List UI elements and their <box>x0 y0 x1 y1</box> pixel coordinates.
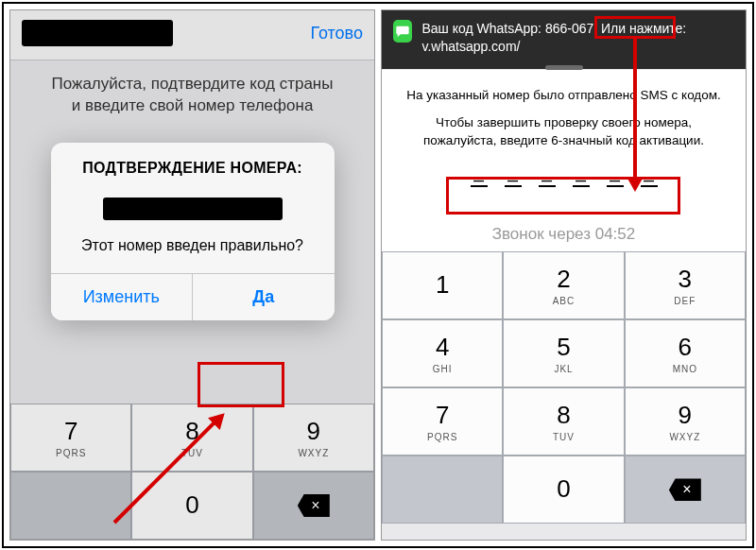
code-digit-4: – <box>573 166 590 187</box>
keypad-key-2[interactable]: 2ABC <box>503 251 624 319</box>
key-digit: 1 <box>436 270 449 300</box>
key-digit: 4 <box>436 333 449 362</box>
messages-icon <box>393 20 412 43</box>
key-letters: MNO <box>673 364 697 374</box>
key-letters: PQRS <box>427 432 457 442</box>
key-letters: DEF <box>674 296 696 306</box>
code-digit-2: – <box>505 166 522 187</box>
key-letters: GHI <box>433 364 453 374</box>
key-digit: 9 <box>679 401 692 430</box>
keypad-key-5[interactable]: 5JKL <box>503 319 624 387</box>
key-letters: WXYZ <box>669 432 700 442</box>
phone-left: Готово Пожалуйста, подтвердите код стран… <box>9 9 375 541</box>
key-digit: 5 <box>557 333 570 362</box>
dialog-message: Этот номер введен правильно? <box>51 233 335 273</box>
dialog-title: ПОДТВЕРЖДЕНИЕ НОМЕРА: <box>51 143 335 184</box>
keypad-key-6[interactable]: 6MNO <box>625 319 746 387</box>
change-button[interactable]: Изменить <box>51 274 193 320</box>
key-digit: 6 <box>679 333 692 362</box>
keypad-key-0[interactable]: 0 <box>503 455 624 524</box>
code-digit-1: – <box>471 166 488 187</box>
key-digit: 0 <box>557 474 570 504</box>
verification-instructions: На указанный номер было отправлено SMS с… <box>382 70 746 207</box>
keypad-key-9[interactable]: 9WXYZ <box>625 387 746 455</box>
keypad-key-7[interactable]: 7PQRS <box>382 387 503 455</box>
keypad-key-8[interactable]: 8TUV <box>503 387 624 455</box>
keypad-key-4[interactable]: 4GHI <box>382 319 503 387</box>
key-digit: 3 <box>679 265 692 294</box>
key-digit: 8 <box>557 401 570 430</box>
sms-notification[interactable]: Ваш код WhatsApp: 866-067. Или нажмите: … <box>382 10 746 69</box>
keypad-key-1[interactable]: 1 <box>382 251 503 319</box>
code-digit-5: – <box>607 166 624 187</box>
key-letters: JKL <box>554 364 573 374</box>
phone-right: Ваш код WhatsApp: 866-067. Или нажмите: … <box>381 9 747 541</box>
sms-code: 866-067 <box>545 21 593 36</box>
keypad: 12ABC3DEF4GHI5JKL6MNO7PQRS8TUV9WXYZ0 <box>382 251 746 524</box>
yes-button[interactable]: Да <box>192 274 335 320</box>
keypad-delete[interactable] <box>625 455 746 524</box>
code-input[interactable]: –––––– <box>401 166 727 187</box>
code-digit-3: – <box>539 166 556 187</box>
call-timer: Звонок через 04:52 <box>382 206 746 251</box>
key-digit: 2 <box>557 265 570 294</box>
backspace-icon <box>669 478 701 501</box>
confirm-dialog: ПОДТВЕРЖДЕНИЕ НОМЕРА: Этот номер введен … <box>51 143 335 320</box>
key-letters: TUV <box>553 432 575 442</box>
redacted-phone <box>103 198 283 220</box>
notification-text: Ваш код WhatsApp: 866-067. Или нажмите: … <box>421 20 734 56</box>
key-digit: 7 <box>436 401 449 430</box>
key-letters: ABC <box>553 296 576 306</box>
keypad-key-blank[interactable] <box>382 455 503 524</box>
code-digit-6: – <box>641 166 658 187</box>
keypad-key-3[interactable]: 3DEF <box>625 251 746 319</box>
